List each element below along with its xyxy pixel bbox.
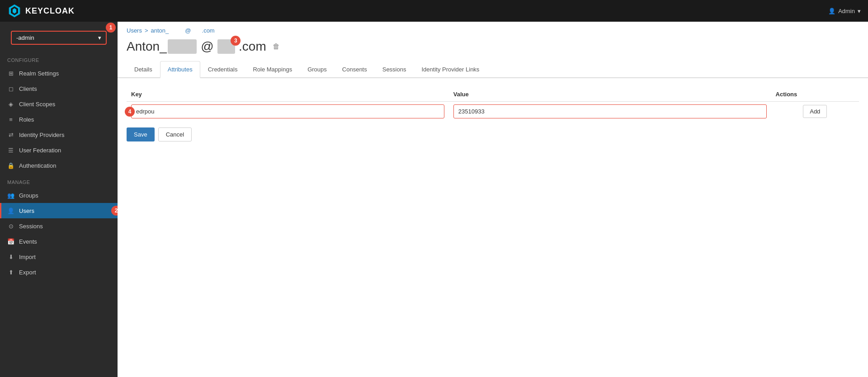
sidebar-item-client-scopes[interactable]: ◈ Client Scopes: [0, 96, 118, 112]
identity-providers-icon: ⇄: [7, 131, 14, 138]
admin-dropdown[interactable]: 👤 Admin ▾: [828, 8, 861, 14]
breadcrumb-separator: >: [145, 27, 148, 34]
tab-consents[interactable]: Consents: [335, 61, 375, 78]
manage-section-label: Manage: [0, 173, 118, 188]
sidebar-item-clients[interactable]: ◻ Clients: [0, 81, 118, 96]
main-layout: -admin ▾ 1 Configure ⊞ Realm Settings ◻ …: [0, 22, 868, 377]
sidebar-item-groups[interactable]: 👥 Groups: [0, 188, 118, 203]
configure-section-label: Configure: [0, 51, 118, 66]
annotation-badge-1: 1: [106, 23, 116, 33]
realm-name: -admin: [16, 34, 34, 41]
breadcrumb: Users > anton_@.com: [118, 22, 868, 38]
realm-dropdown-icon: ▾: [98, 34, 101, 41]
admin-chevron-icon: ▾: [858, 8, 861, 14]
client-scopes-icon: ◈: [7, 100, 14, 108]
sidebar-item-sessions[interactable]: ⊙ Sessions: [0, 218, 118, 234]
annotation-badge-3: 3: [231, 36, 241, 46]
sidebar-item-events[interactable]: 📅 Events: [0, 234, 118, 249]
tab-identity-provider-links[interactable]: Identity Provider Links: [414, 61, 487, 78]
sidebar-item-label: Events: [19, 238, 37, 245]
events-icon: 📅: [7, 238, 14, 245]
sidebar-item-label: Roles: [19, 116, 34, 123]
tab-sessions[interactable]: Sessions: [375, 61, 414, 78]
page-title: Anton_ @ 3 .com: [127, 39, 266, 54]
cancel-button[interactable]: Cancel: [158, 127, 192, 141]
top-header: KEYCLOAK 👤 Admin ▾: [0, 0, 868, 22]
sidebar-item-label: Sessions: [19, 223, 43, 230]
breadcrumb-current: anton_@.com: [151, 27, 215, 34]
tab-attributes[interactable]: Attributes: [160, 61, 200, 78]
action-buttons: Save Cancel: [127, 127, 859, 141]
add-attribute-button[interactable]: Add: [803, 105, 827, 118]
sidebar-item-label: User Federation: [19, 147, 61, 154]
sidebar-item-realm-settings[interactable]: ⊞ Realm Settings: [0, 66, 118, 81]
sidebar-item-label: Identity Providers: [19, 132, 64, 138]
delete-user-icon[interactable]: 🗑: [273, 42, 280, 51]
sidebar: -admin ▾ 1 Configure ⊞ Realm Settings ◻ …: [0, 22, 118, 377]
sidebar-item-label: Realm Settings: [19, 70, 59, 77]
breadcrumb-users-link[interactable]: Users: [127, 27, 142, 34]
sidebar-item-label: Client Scopes: [19, 101, 55, 108]
users-icon: 👤: [7, 207, 14, 214]
page-title-area: Anton_ @ 3 .com 🗑: [118, 38, 868, 61]
admin-icon: 👤: [828, 8, 835, 14]
attributes-table: Key Value Actions 4: [127, 87, 859, 121]
attribute-key-input[interactable]: [131, 104, 444, 118]
tab-groups[interactable]: Groups: [300, 61, 335, 78]
value-column-header: Value: [449, 87, 771, 102]
sidebar-item-users[interactable]: 👤 Users: [0, 203, 118, 218]
content-area: Users > anton_@.com Anton_ @ 3 .com 🗑 De…: [118, 22, 868, 377]
groups-icon: 👥: [7, 192, 14, 199]
sidebar-item-roles[interactable]: ≡ Roles: [0, 112, 118, 127]
annotation-badge-4: 4: [125, 107, 135, 117]
sidebar-item-export[interactable]: ⬆ Export: [0, 264, 118, 280]
import-icon: ⬇: [7, 253, 14, 260]
sidebar-item-label: Groups: [19, 192, 38, 199]
roles-icon: ≡: [7, 116, 14, 123]
keycloak-logo-icon: [7, 4, 22, 18]
admin-label: Admin: [838, 8, 855, 14]
key-column-header: Key: [127, 87, 449, 102]
sidebar-item-label: Import: [19, 254, 36, 260]
actions-column-header: Actions: [771, 87, 859, 102]
authentication-icon: 🔒: [7, 162, 14, 169]
sidebar-item-identity-providers[interactable]: ⇄ Identity Providers: [0, 127, 118, 142]
logo-text: KEYCLOAK: [25, 6, 75, 16]
realm-selector[interactable]: -admin ▾: [11, 31, 107, 45]
tab-details[interactable]: Details: [127, 61, 160, 78]
sidebar-item-label: Users: [19, 207, 34, 214]
attributes-content: Key Value Actions 4: [118, 78, 868, 377]
tabs-bar: Details Attributes Credentials Role Mapp…: [118, 61, 868, 78]
attribute-value-input[interactable]: [453, 104, 767, 118]
sidebar-item-label: Authentication: [19, 162, 56, 169]
realm-settings-icon: ⊞: [7, 70, 14, 77]
tab-credentials[interactable]: Credentials: [200, 61, 245, 78]
sidebar-item-import[interactable]: ⬇ Import: [0, 249, 118, 264]
sessions-icon: ⊙: [7, 222, 14, 230]
sidebar-item-label: Clients: [19, 85, 37, 92]
sidebar-item-authentication[interactable]: 🔒 Authentication: [0, 158, 118, 173]
user-federation-icon: ☰: [7, 146, 14, 154]
attribute-row: 4 Add: [127, 102, 859, 122]
tab-role-mappings[interactable]: Role Mappings: [245, 61, 300, 78]
sidebar-item-user-federation[interactable]: ☰ User Federation: [0, 142, 118, 158]
export-icon: ⬆: [7, 269, 14, 276]
save-button[interactable]: Save: [127, 127, 155, 141]
clients-icon: ◻: [7, 85, 14, 92]
logo-area: KEYCLOAK: [7, 4, 75, 18]
sidebar-item-label: Export: [19, 269, 36, 276]
